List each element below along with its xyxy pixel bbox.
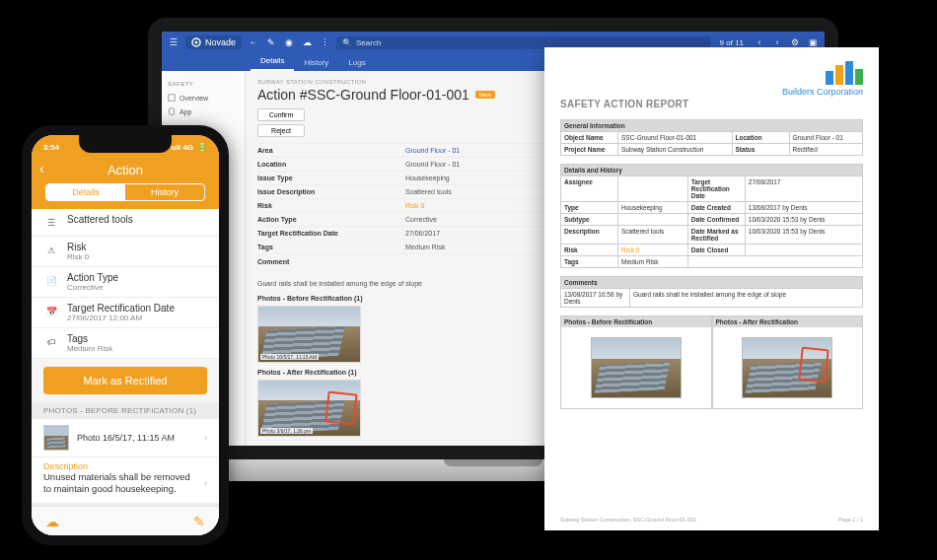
photo-after-thumb[interactable]: Photo 2/6/17, 1:26 pm — [257, 380, 361, 437]
battery-icon: 🔋 — [197, 143, 207, 152]
phone-screen: 3:54 📶 ull 4G 🔋 ‹ Action Details History… — [32, 135, 219, 535]
carrier-label: ull 4G — [172, 143, 193, 152]
search-placeholder: Search — [356, 38, 381, 47]
brand-label: Novade — [205, 37, 236, 47]
pdf-report: Builders Corporation SAFETY ACTION REPOR… — [544, 47, 879, 530]
cloud-upload-icon[interactable]: ☁ — [45, 514, 59, 529]
phone-tab-history[interactable]: History — [125, 184, 204, 200]
description-header: Description — [43, 461, 207, 471]
report-footer-left: Subway Station Construction, SSC-Ground … — [560, 517, 696, 523]
more-icon[interactable]: ⋮ — [319, 36, 330, 48]
brand[interactable]: Novade — [185, 35, 242, 49]
report-footer-right: Page 1 / 1 — [838, 517, 863, 523]
phone-list: ☰ Scattered tools ⚠ RiskRisk 0 📄 Action … — [32, 209, 219, 359]
tab-details[interactable]: Details — [251, 52, 294, 71]
chevron-right-icon: › — [204, 534, 207, 535]
edit-icon[interactable]: ✎ — [265, 36, 277, 48]
phone-notch — [79, 135, 172, 153]
report-photos: Photos - Before Rectification Photos - A… — [560, 315, 863, 409]
svg-point-1 — [195, 41, 198, 44]
comment-body: Guard rails shall be installed among the… — [257, 280, 573, 287]
tab-history[interactable]: History — [294, 54, 338, 71]
confirm-button[interactable]: Confirm — [257, 108, 305, 121]
phone-mockup: 3:54 📶 ull 4G 🔋 ‹ Action Details History… — [22, 125, 229, 545]
back-icon[interactable]: ← — [248, 36, 259, 48]
mark-rectified-button[interactable]: Mark as Rectified — [43, 367, 207, 394]
area-link[interactable]: Ground Floor - 01 — [405, 147, 460, 154]
calendar-icon: 📅 — [43, 304, 59, 319]
row-scattered: ☰ Scattered tools — [32, 209, 219, 237]
phone-tabs: Details History — [45, 183, 205, 201]
phone-toolbar: ☁ ✎ — [32, 506, 219, 535]
company-logo: Builders Corporation — [782, 59, 863, 97]
row-target-date[interactable]: 📅 Target Rectification Date27/06/2017 12… — [32, 298, 219, 328]
photo-before-thumb[interactable]: Photo 16/5/17, 11:15 AM — [257, 306, 361, 363]
photo-before-thumb-mini — [43, 425, 69, 451]
general-info-table: General Information Object NameSSC-Groun… — [560, 119, 863, 156]
reject-button[interactable]: Reject — [257, 124, 305, 137]
sidenav-section: SAFETY — [168, 81, 239, 87]
description-body: Unused materials shall be removed to mai… — [43, 471, 198, 495]
row-risk[interactable]: ⚠ RiskRisk 0 — [32, 237, 219, 267]
phone-header: ‹ Action Details History — [32, 159, 219, 209]
phone-title: Action — [32, 163, 219, 177]
report-title: SAFETY ACTION REPORT — [560, 99, 863, 109]
tab-logs[interactable]: Logs — [338, 54, 375, 71]
edit-icon[interactable]: ✎ — [193, 514, 205, 529]
details-table: Details and History Assignee Target Rect… — [560, 164, 863, 268]
sidenav-overview[interactable]: Overview — [166, 91, 241, 105]
phone-time: 3:54 — [43, 143, 59, 152]
description-block[interactable]: Description Unused materials shall be re… — [32, 457, 219, 504]
chevron-right-icon: › — [204, 477, 207, 489]
row-tags[interactable]: 🏷 TagsMedium Risk — [32, 328, 219, 359]
comments-table: Comments 13/08/2017 16:58 by DenisGuard … — [560, 276, 863, 308]
phone-tab-details[interactable]: Details — [46, 184, 125, 200]
back-icon[interactable]: ‹ — [39, 161, 44, 176]
sidenav-app[interactable]: App — [166, 105, 241, 118]
row-action-type[interactable]: 📄 Action TypeCorrective — [32, 267, 219, 298]
photo-before-row[interactable]: Photo 16/5/17, 11:15 AM › — [32, 419, 219, 457]
svg-rect-2 — [169, 95, 175, 101]
search-icon: 🔍 — [342, 38, 352, 47]
status-badge: New — [475, 91, 495, 99]
svg-rect-3 — [170, 108, 175, 114]
photos-before-section: PHOTOS - BEFORE RECTIFICATION (1) — [32, 402, 219, 419]
list-icon: ☰ — [43, 215, 59, 231]
camera-icon[interactable]: ◉ — [283, 36, 295, 48]
report-photo-before — [591, 337, 682, 398]
company-name: Builders Corporation — [782, 87, 863, 97]
warning-icon: ⚠ — [43, 243, 59, 258]
page-title: Action #SSC-Ground Floor-01-001 — [257, 87, 469, 103]
menu-icon[interactable]: ☰ — [168, 36, 180, 48]
document-icon: 📄 — [43, 273, 59, 289]
upload-icon[interactable]: ☁ — [301, 36, 313, 48]
chevron-right-icon: › — [204, 433, 207, 443]
tag-icon: 🏷 — [43, 334, 59, 350]
report-photo-after — [742, 337, 832, 398]
